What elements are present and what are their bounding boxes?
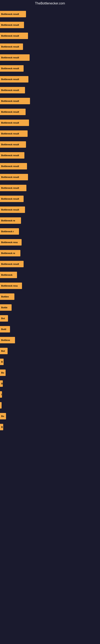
result-bar: B xyxy=(0,424,3,430)
result-bar: Bottleneck result xyxy=(0,44,23,50)
site-title: TheBottlenecker.com xyxy=(0,0,100,7)
result-bar: Bottleneck result xyxy=(0,261,24,267)
bar-row: Bottleneck result xyxy=(0,96,100,106)
result-bar: Bottleneck result xyxy=(0,185,26,191)
bar-row: Bottleneck result xyxy=(0,194,100,204)
bar-row: Bottleneck result xyxy=(0,107,100,117)
result-bar: Bottleneck result xyxy=(0,76,28,82)
bar-row: Bottleneck result xyxy=(0,20,100,30)
bar-row: Bottleneck result xyxy=(0,118,100,128)
result-bar: Bottleneck result xyxy=(0,120,29,126)
bar-row: Bottlen xyxy=(0,292,100,302)
result-bar: I xyxy=(0,391,2,398)
bar-row: Bottleneck resu xyxy=(0,237,100,248)
result-bar: Bottleneck result xyxy=(0,196,24,202)
result-bar: Bottleneck resu xyxy=(0,239,22,246)
result-bar: Bottleneck result xyxy=(0,87,25,94)
bar-row: B xyxy=(0,378,100,389)
bar-row: Bottleneck result xyxy=(0,42,100,52)
bar-row: Bottleneck result xyxy=(0,30,100,41)
result-bar: Bottleneck result xyxy=(0,206,25,213)
result-bar: B xyxy=(0,359,3,365)
result-bar: Bottleneck result xyxy=(0,54,30,61)
bar-row: Bottleneck result xyxy=(0,74,100,84)
bar-row: Bottleneck resu xyxy=(0,280,100,291)
result-bar: Bo xyxy=(0,370,6,376)
bar-row: Bo xyxy=(0,368,100,378)
bar-row: Bottleneck result xyxy=(0,259,100,269)
result-bar: Bottle xyxy=(0,304,12,311)
bar-row: Bottle xyxy=(0,302,100,313)
bar-row: Bo xyxy=(0,411,100,422)
bar-row: Bottleneck result xyxy=(0,63,100,74)
bar-row: Bottleneck result xyxy=(0,9,100,19)
bar-row: B xyxy=(0,422,100,432)
bar-row: Bottleneck re xyxy=(0,215,100,226)
result-bar: Bottleneck result xyxy=(0,152,24,158)
bar-row xyxy=(0,400,100,410)
result-bar: Bottleneck result xyxy=(0,98,30,104)
bar-row: Bottl xyxy=(0,324,100,334)
bar-row: Bot xyxy=(0,346,100,356)
result-bar: Bottleneck result xyxy=(0,32,28,39)
result-bar: Bottleneck result xyxy=(0,130,28,137)
result-bar: Bottleneck result xyxy=(0,163,27,170)
result-bar: Bottleneck r xyxy=(0,228,19,235)
bar-row: Bot xyxy=(0,313,100,324)
bar-row: Bottleneck result xyxy=(0,161,100,172)
result-bar: B xyxy=(0,380,3,387)
bars-container: Bottleneck resultBottleneck resultBottle… xyxy=(0,7,100,435)
result-bar: Bottleneck result xyxy=(0,22,24,28)
bar-row: B xyxy=(0,356,100,367)
bar-row: Bottlene xyxy=(0,335,100,345)
result-bar xyxy=(0,402,1,408)
bar-row: Bottleneck result xyxy=(0,204,100,215)
result-bar: Bot xyxy=(0,348,8,354)
result-bar: Bottleneck result xyxy=(0,11,26,17)
bar-row: Bottleneck result xyxy=(0,150,100,160)
result-bar: Bottleneck result xyxy=(0,109,26,115)
bar-row: Bottleneck result xyxy=(0,172,100,182)
result-bar: Bottleneck result xyxy=(0,65,24,72)
bar-row: Bottleneck r xyxy=(0,226,100,237)
bar-row: Bottleneck re xyxy=(0,248,100,258)
result-bar: Bottlen xyxy=(0,294,14,300)
result-bar: Bottleneck result xyxy=(0,141,26,148)
result-bar: Bottl xyxy=(0,326,10,332)
result-bar: Bot xyxy=(0,315,8,322)
result-bar: Bottlene xyxy=(0,337,15,343)
bar-row: Bottleneck result xyxy=(0,183,100,193)
bar-row: Bottleneck result xyxy=(0,85,100,96)
result-bar: Bottleneck result xyxy=(0,174,28,180)
bar-row: I xyxy=(0,389,100,400)
result-bar: Bottleneck re xyxy=(0,250,20,256)
bar-row: Bottleneck result xyxy=(0,52,100,63)
result-bar: Bo xyxy=(0,413,6,420)
result-bar: Bottleneck resu xyxy=(0,282,22,289)
result-bar: Bottleneck xyxy=(0,272,17,278)
bar-row: Bottleneck xyxy=(0,270,100,280)
result-bar: Bottleneck re xyxy=(0,217,21,224)
bar-row: Bottleneck result xyxy=(0,128,100,139)
bar-row: Bottleneck result xyxy=(0,139,100,150)
